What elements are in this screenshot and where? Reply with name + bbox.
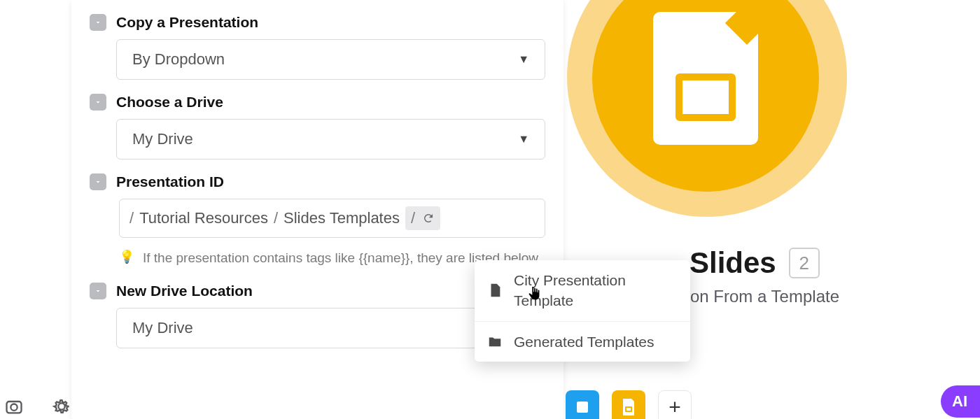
node-count-box[interactable]: 2 xyxy=(789,248,820,278)
path-segment: Slides Templates xyxy=(284,209,400,227)
apps-row: + xyxy=(566,390,692,419)
slides-slide-icon xyxy=(676,73,736,121)
cursor-hand-icon xyxy=(527,284,542,302)
gear-icon[interactable] xyxy=(52,397,71,416)
dropdown-item-folder[interactable]: Generated Templates xyxy=(475,322,690,362)
slides-node[interactable]: 1 xyxy=(609,0,840,196)
select-value: By Dropdown xyxy=(132,50,225,69)
svg-point-3 xyxy=(10,404,17,411)
slides-doc-icon xyxy=(653,12,758,145)
lightbulb-icon: 💡 xyxy=(119,249,134,264)
select-value: My Drive xyxy=(132,319,193,337)
chevron-down-icon xyxy=(94,98,102,106)
node-subtitle: on From a Template xyxy=(690,287,839,306)
chevron-down-icon xyxy=(94,287,102,295)
dropdown-item-label: Generated Templates xyxy=(514,332,654,352)
field-label-row: Copy a Presentation xyxy=(90,14,545,31)
refresh-icon[interactable] xyxy=(422,212,435,225)
field-label-row: Presentation ID xyxy=(90,173,545,190)
collapse-toggle[interactable] xyxy=(90,94,106,111)
path-segment: Tutorial Resources xyxy=(139,209,268,227)
app-tile-blue[interactable] xyxy=(566,390,599,419)
add-app-button[interactable]: + xyxy=(658,390,692,419)
presentation-id-path[interactable]: / Tutorial Resources / Slides Templates … xyxy=(119,199,545,238)
camera-icon[interactable] xyxy=(4,397,24,416)
bottom-left-toolbar xyxy=(4,397,71,416)
field-label: Presentation ID xyxy=(116,173,224,190)
collapse-toggle[interactable] xyxy=(90,14,106,31)
app-tile-slides[interactable] xyxy=(612,390,645,419)
svg-rect-0 xyxy=(577,402,588,413)
field-label-row: Choose a Drive xyxy=(90,94,545,111)
collapse-toggle[interactable] xyxy=(90,173,106,190)
path-separator: / xyxy=(274,209,278,227)
chevron-down-icon xyxy=(94,18,102,27)
chevron-down-icon xyxy=(94,178,102,186)
ai-label: AI xyxy=(952,392,967,411)
field-presentation-id: Presentation ID / Tutorial Resources / S… xyxy=(90,173,545,269)
field-label: New Drive Location xyxy=(116,283,253,299)
choose-drive-select[interactable]: My Drive ▼ xyxy=(116,119,545,159)
field-copy-presentation: Copy a Presentation By Dropdown ▼ xyxy=(90,14,545,80)
path-current-segment[interactable]: / xyxy=(405,206,440,230)
slides-mini-icon xyxy=(620,397,637,417)
caret-down-icon: ▼ xyxy=(518,133,529,145)
path-separator: / xyxy=(130,209,134,227)
copy-presentation-select[interactable]: By Dropdown ▼ xyxy=(116,39,545,80)
ai-button[interactable]: AI xyxy=(941,385,980,418)
path-dropdown-popup: City Presentation Template Generated Tem… xyxy=(475,260,690,362)
node-title: Slides xyxy=(690,246,776,280)
field-choose-drive: Choose a Drive My Drive ▼ xyxy=(90,94,545,159)
select-value: My Drive xyxy=(132,130,193,148)
path-separator: / xyxy=(411,209,415,227)
file-icon xyxy=(487,283,503,298)
field-label: Choose a Drive xyxy=(116,94,223,111)
dropdown-item-file[interactable]: City Presentation Template xyxy=(475,260,690,322)
collapse-toggle[interactable] xyxy=(90,283,106,299)
app-icon xyxy=(574,399,591,416)
caret-down-icon: ▼ xyxy=(518,53,529,66)
plus-icon: + xyxy=(668,395,681,419)
node-title-row: Slides 2 xyxy=(690,246,820,280)
folder-icon xyxy=(487,334,503,349)
node-count: 2 xyxy=(799,253,809,274)
field-label: Copy a Presentation xyxy=(116,14,258,31)
